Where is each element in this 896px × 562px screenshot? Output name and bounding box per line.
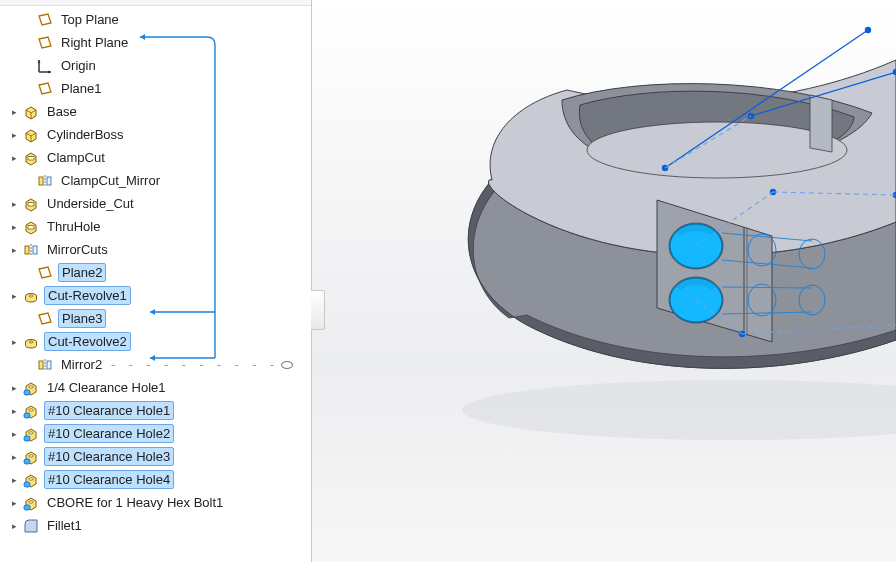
mirror-icon bbox=[36, 356, 54, 374]
feature-label[interactable]: #10 Clearance Hole3 bbox=[44, 447, 174, 466]
feature-item-mirror2[interactable]: Mirror2- - - - - - - - - - bbox=[6, 353, 311, 376]
svg-point-15 bbox=[29, 408, 34, 410]
expand-arrow-icon[interactable]: ▸ bbox=[8, 291, 20, 301]
svg-rect-11 bbox=[47, 361, 51, 369]
feature-item-qtr-clearance[interactable]: ▸1/4 Clearance Hole1 bbox=[6, 376, 311, 399]
feature-item-base[interactable]: ▸Base bbox=[6, 100, 311, 123]
feature-item-cut-revolve2[interactable]: ▸Cut-Revolve2 bbox=[6, 330, 311, 353]
feature-label[interactable]: Cut-Revolve1 bbox=[44, 286, 131, 305]
feature-item-cut-revolve1[interactable]: ▸Cut-Revolve1 bbox=[6, 284, 311, 307]
feature-item-n10-hole3[interactable]: ▸#10 Clearance Hole3 bbox=[6, 445, 311, 468]
svg-point-19 bbox=[29, 454, 34, 456]
expand-arrow-icon[interactable]: ▸ bbox=[8, 429, 20, 439]
fillet-icon bbox=[22, 517, 40, 535]
feature-item-underside-cut[interactable]: ▸Underside_Cut bbox=[6, 192, 311, 215]
feature-manager-panel: Top PlaneRight PlaneOriginPlane1▸Base▸Cy… bbox=[0, 0, 312, 562]
plane-icon bbox=[36, 310, 54, 328]
feature-label[interactable]: MirrorCuts bbox=[44, 241, 111, 258]
svg-point-7 bbox=[29, 295, 33, 297]
expand-arrow-icon[interactable]: ▸ bbox=[8, 130, 20, 140]
expand-arrow-icon[interactable]: ▸ bbox=[8, 406, 20, 416]
feature-label[interactable]: ThruHole bbox=[44, 218, 103, 235]
panel-collapse-tab[interactable] bbox=[311, 290, 325, 330]
hole-icon bbox=[22, 379, 40, 397]
feature-item-plane2[interactable]: Plane2 bbox=[6, 261, 311, 284]
feature-label[interactable]: Top Plane bbox=[58, 11, 122, 28]
rollback-knob[interactable] bbox=[281, 361, 293, 369]
rollback-line: - - - - - - - - - - bbox=[109, 357, 277, 372]
feature-item-clampcut[interactable]: ▸ClampCut bbox=[6, 146, 311, 169]
feature-label[interactable]: Plane1 bbox=[58, 80, 104, 97]
svg-rect-18 bbox=[24, 436, 30, 441]
feature-item-plane1[interactable]: Plane1 bbox=[6, 77, 311, 100]
expand-arrow-icon[interactable]: ▸ bbox=[8, 153, 20, 163]
plane-icon bbox=[36, 80, 54, 98]
expand-arrow-icon[interactable]: ▸ bbox=[8, 222, 20, 232]
expand-arrow-icon[interactable]: ▸ bbox=[8, 337, 20, 347]
svg-rect-4 bbox=[33, 246, 37, 254]
feature-item-plane3[interactable]: Plane3 bbox=[6, 307, 311, 330]
feature-label[interactable]: #10 Clearance Hole2 bbox=[44, 424, 174, 443]
feature-item-cylinderboss[interactable]: ▸CylinderBoss bbox=[6, 123, 311, 146]
svg-point-23 bbox=[29, 500, 34, 502]
expand-arrow-icon[interactable]: ▸ bbox=[8, 521, 20, 531]
feature-label[interactable]: Origin bbox=[58, 57, 99, 74]
feature-label[interactable]: #10 Clearance Hole4 bbox=[44, 470, 174, 489]
svg-rect-10 bbox=[39, 361, 43, 369]
feature-label[interactable]: Cut-Revolve2 bbox=[44, 332, 131, 351]
expand-arrow-icon[interactable]: ▸ bbox=[8, 199, 20, 209]
feature-item-origin[interactable]: Origin bbox=[6, 54, 311, 77]
plane-icon bbox=[36, 11, 54, 29]
feature-label[interactable]: Fillet1 bbox=[44, 517, 85, 534]
cutrevolve-icon bbox=[22, 333, 40, 351]
feature-label[interactable]: CBORE for 1 Heavy Hex Bolt1 bbox=[44, 494, 226, 511]
boss-icon bbox=[22, 126, 40, 144]
svg-rect-0 bbox=[39, 177, 43, 185]
plane-icon bbox=[36, 34, 54, 52]
svg-point-17 bbox=[29, 431, 34, 433]
feature-item-clampcut-mirror[interactable]: ClampCut_Mirror bbox=[6, 169, 311, 192]
feature-item-right-plane[interactable]: Right Plane bbox=[6, 31, 311, 54]
svg-rect-24 bbox=[24, 505, 30, 510]
expand-arrow-icon[interactable]: ▸ bbox=[8, 383, 20, 393]
feature-item-n10-hole2[interactable]: ▸#10 Clearance Hole2 bbox=[6, 422, 311, 445]
expand-arrow-icon[interactable]: ▸ bbox=[8, 498, 20, 508]
graphics-viewport[interactable] bbox=[312, 0, 896, 562]
feature-item-fillet1[interactable]: ▸Fillet1 bbox=[6, 514, 311, 537]
feature-item-cbore[interactable]: ▸CBORE for 1 Heavy Hex Bolt1 bbox=[6, 491, 311, 514]
feature-label[interactable]: 1/4 Clearance Hole1 bbox=[44, 379, 169, 396]
svg-rect-3 bbox=[25, 246, 29, 254]
svg-point-25 bbox=[462, 380, 896, 440]
feature-label[interactable]: Plane3 bbox=[58, 309, 106, 328]
model-view bbox=[312, 0, 896, 562]
cut-icon bbox=[22, 218, 40, 236]
feature-label[interactable]: CylinderBoss bbox=[44, 126, 127, 143]
mirror-icon bbox=[22, 241, 40, 259]
feature-label[interactable]: Base bbox=[44, 103, 80, 120]
feature-item-n10-hole4[interactable]: ▸#10 Clearance Hole4 bbox=[6, 468, 311, 491]
feature-label[interactable]: Underside_Cut bbox=[44, 195, 137, 212]
svg-rect-20 bbox=[24, 459, 30, 464]
feature-item-mirrorcuts[interactable]: ▸MirrorCuts bbox=[6, 238, 311, 261]
feature-label[interactable]: ClampCut bbox=[44, 149, 108, 166]
feature-label[interactable]: Right Plane bbox=[58, 34, 131, 51]
hole-icon bbox=[22, 494, 40, 512]
expand-arrow-icon[interactable]: ▸ bbox=[8, 475, 20, 485]
expand-arrow-icon[interactable]: ▸ bbox=[8, 107, 20, 117]
feature-label[interactable]: Mirror2 bbox=[58, 356, 105, 373]
origin-icon bbox=[36, 57, 54, 75]
boss-icon bbox=[22, 103, 40, 121]
feature-label[interactable]: ClampCut_Mirror bbox=[58, 172, 163, 189]
expand-arrow-icon[interactable]: ▸ bbox=[8, 245, 20, 255]
svg-rect-22 bbox=[24, 482, 30, 487]
svg-point-9 bbox=[29, 341, 33, 343]
feature-item-n10-hole1[interactable]: ▸#10 Clearance Hole1 bbox=[6, 399, 311, 422]
feature-label[interactable]: #10 Clearance Hole1 bbox=[44, 401, 174, 420]
cut-icon bbox=[22, 195, 40, 213]
feature-label[interactable]: Plane2 bbox=[58, 263, 106, 282]
hole-icon bbox=[22, 402, 40, 420]
feature-item-thruhole[interactable]: ▸ThruHole bbox=[6, 215, 311, 238]
expand-arrow-icon[interactable]: ▸ bbox=[8, 452, 20, 462]
svg-rect-14 bbox=[24, 390, 30, 395]
feature-item-top-plane[interactable]: Top Plane bbox=[6, 8, 311, 31]
